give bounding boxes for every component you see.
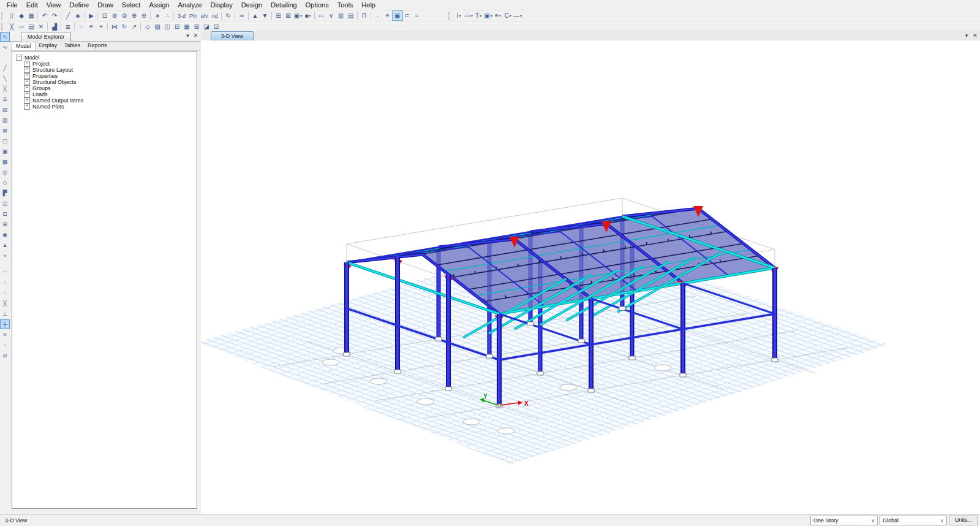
menu-item[interactable]: Options bbox=[301, 0, 333, 10]
draw-joint-icon[interactable]: ∙ bbox=[1, 53, 9, 62]
run-analysis-icon[interactable]: ▶▾ bbox=[86, 11, 96, 20]
delete-objects-icon[interactable]: ⊠ bbox=[1, 126, 9, 135]
coord-system-dropdown[interactable]: Global ∨ bbox=[880, 516, 947, 525]
flip-diagonals-icon[interactable]: ◪▾ bbox=[202, 22, 211, 31]
undo-icon[interactable]: ↶▾ bbox=[40, 11, 50, 20]
elevation-view-button[interactable]: elv▾ bbox=[199, 11, 210, 20]
select-pointer-icon[interactable]: ↖ bbox=[1, 32, 9, 41]
model-explorer-title-tab[interactable]: Model Explorer bbox=[21, 32, 71, 42]
restore-full-view-icon[interactable]: ⊚▾ bbox=[110, 11, 119, 20]
cut-icon[interactable]: ╳▾ bbox=[7, 22, 17, 31]
line-section-button[interactable]: —▾ bbox=[513, 11, 522, 20]
expand-icon[interactable]: + bbox=[24, 104, 30, 110]
panel-close-button[interactable]: ✕ bbox=[192, 32, 199, 39]
show-frames-icon[interactable]: ≡▾ bbox=[383, 11, 393, 20]
rubber-band-zoom-icon[interactable]: ⊡▾ bbox=[100, 11, 110, 20]
show-joints-icon[interactable]: ∙▾ bbox=[373, 11, 383, 20]
copy-icon[interactable]: ▱▾ bbox=[17, 22, 26, 31]
extrude-frames-icon[interactable]: ▨▾ bbox=[153, 22, 162, 31]
expand-icon[interactable]: + bbox=[24, 73, 30, 79]
tree-item[interactable]: + Named Plots bbox=[24, 104, 195, 110]
show-deformed-icon[interactable]: ≈▾ bbox=[412, 11, 422, 20]
replicate-mirror-icon[interactable]: ⋈▾ bbox=[110, 22, 119, 31]
divide-frames-icon[interactable]: ◫▾ bbox=[162, 22, 172, 31]
open-model-icon[interactable]: ◆▾ bbox=[17, 11, 26, 20]
move-down-in-list-icon[interactable]: ▼▾ bbox=[260, 11, 270, 20]
snap-to-joints-icon[interactable]: ∶ bbox=[1, 278, 9, 287]
draw-grid-icon[interactable]: ⊞ bbox=[1, 220, 9, 229]
tree-item[interactable]: + Groups bbox=[24, 85, 195, 91]
rebar-section-button[interactable]: ≡▾ bbox=[493, 11, 503, 20]
collapse-icon[interactable]: − bbox=[16, 55, 22, 61]
rect-section-button[interactable]: ▭▾ bbox=[464, 11, 473, 20]
show-loads-icon[interactable]: ⊂▾ bbox=[402, 11, 412, 20]
similar-stories-icon[interactable]: ⊞▾ bbox=[274, 11, 284, 20]
tree-item[interactable]: + Properties bbox=[24, 73, 195, 79]
replicate-radial-icon[interactable]: ↻▾ bbox=[119, 22, 129, 31]
expand-icon[interactable]: + bbox=[24, 97, 30, 104]
draw-wall-stack-icon[interactable]: ▛ bbox=[1, 189, 9, 197]
expand-shrink-areas-icon[interactable]: ⊞▾ bbox=[192, 22, 202, 31]
show-shells-icon[interactable]: ▣▾ bbox=[393, 11, 402, 20]
menu-item[interactable]: Help bbox=[357, 0, 380, 10]
view-3d-button[interactable]: 3-d▾ bbox=[176, 11, 187, 20]
move-objects-icon[interactable]: +▾ bbox=[96, 22, 106, 31]
toolbar-drag-handle[interactable] bbox=[448, 12, 452, 20]
quick-draw-frame-icon[interactable]: ╲ bbox=[1, 74, 9, 83]
draw-tower-icon[interactable]: ▲ bbox=[1, 241, 9, 250]
draw-walls-icon[interactable]: ▥▾ bbox=[336, 11, 346, 20]
draw-wall-stacks-icon[interactable]: ▤▾ bbox=[346, 11, 356, 20]
edit-dividers-icon[interactable]: ⊡▾ bbox=[211, 22, 221, 31]
snap-to-grid-icon[interactable]: ∷ bbox=[1, 268, 9, 276]
tab-tables[interactable]: Tables bbox=[61, 42, 84, 50]
draw-dimension-line-icon[interactable]: ⊡ bbox=[1, 210, 9, 218]
display-options-icon[interactable]: ⊠▾ bbox=[284, 11, 293, 20]
draw-frame-icon[interactable]: ╱ bbox=[1, 64, 9, 72]
tab-model[interactable]: Model bbox=[12, 42, 36, 50]
menu-item[interactable]: Assign bbox=[145, 0, 173, 10]
boxed-i-section-button[interactable]: ▣▾ bbox=[483, 11, 493, 20]
tree-item-model[interactable]: − Model bbox=[16, 55, 195, 61]
draw-circular-area-icon[interactable]: ◎ bbox=[1, 168, 9, 177]
replicate-linear-icon[interactable]: ↗▾ bbox=[129, 22, 139, 31]
view-close-button[interactable]: ✕ bbox=[971, 32, 979, 39]
story-selector-dropdown[interactable]: One Story ∨ bbox=[810, 516, 878, 525]
draw-spline-icon[interactable]: ≈ bbox=[1, 251, 9, 260]
edit-stories-grids-icon[interactable]: ≣▾ bbox=[63, 22, 73, 31]
tee-section-button[interactable]: T▾ bbox=[473, 11, 483, 20]
draw-special-joint-icon[interactable]: ∨▾ bbox=[326, 11, 336, 20]
menu-item[interactable]: Tools bbox=[333, 0, 358, 10]
zoom-out-icon[interactable]: ⊖▾ bbox=[139, 11, 149, 20]
menu-item[interactable]: Edit bbox=[22, 0, 42, 10]
named-display-button[interactable]: nd▾ bbox=[210, 11, 220, 20]
quick-draw-secondary-beams-icon[interactable]: ≣ bbox=[1, 95, 9, 104]
draw-floor-icon[interactable]: ▢ bbox=[1, 137, 9, 145]
draw-reference-point-icon[interactable]: ◉ bbox=[1, 231, 9, 239]
snap-options-icon[interactable]: ▭▾ bbox=[317, 11, 326, 20]
reshape-objects-icon[interactable]: ∿ bbox=[1, 43, 9, 51]
menu-item[interactable]: Detailing bbox=[266, 0, 301, 10]
measure-icon[interactable]: ∴▾ bbox=[162, 11, 172, 20]
pan-icon[interactable]: ∗▾ bbox=[153, 11, 162, 20]
zoom-in-icon[interactable]: ⊕▾ bbox=[129, 11, 139, 20]
i-section-button[interactable]: I▾ bbox=[454, 11, 464, 20]
quick-draw-wall-icon[interactable]: ▥ bbox=[1, 116, 9, 124]
menu-item[interactable]: Draw bbox=[93, 0, 118, 10]
menu-item[interactable]: Design bbox=[237, 0, 266, 10]
snap-to-lines-icon[interactable]: ┼ bbox=[1, 320, 9, 329]
draw-frame-elevation-icon[interactable]: Π▾ bbox=[360, 11, 369, 20]
join-frames-icon[interactable]: ⊟▾ bbox=[172, 22, 182, 31]
perspective-toggle-icon[interactable]: ∞▾ bbox=[237, 11, 247, 20]
tab-display[interactable]: Display bbox=[36, 42, 61, 50]
tree-item[interactable]: + Structural Objects bbox=[24, 79, 195, 85]
expand-icon[interactable]: + bbox=[24, 85, 30, 91]
toolbar-drag-handle[interactable] bbox=[1, 23, 5, 31]
edit-draw-icon[interactable]: ╱▾ bbox=[63, 11, 73, 20]
3d-model-canvas[interactable]: X Y bbox=[201, 40, 980, 515]
draw-section-cut-icon[interactable]: ◫ bbox=[1, 199, 9, 208]
tree-item[interactable]: + Project bbox=[24, 61, 195, 67]
tree-item[interactable]: + Loads bbox=[24, 91, 195, 97]
align-joints-icon[interactable]: ≡▾ bbox=[86, 22, 96, 31]
snap-to-midpoints-icon[interactable]: ∴ bbox=[1, 289, 9, 297]
snap-disable-icon[interactable]: ⊘ bbox=[1, 351, 9, 360]
